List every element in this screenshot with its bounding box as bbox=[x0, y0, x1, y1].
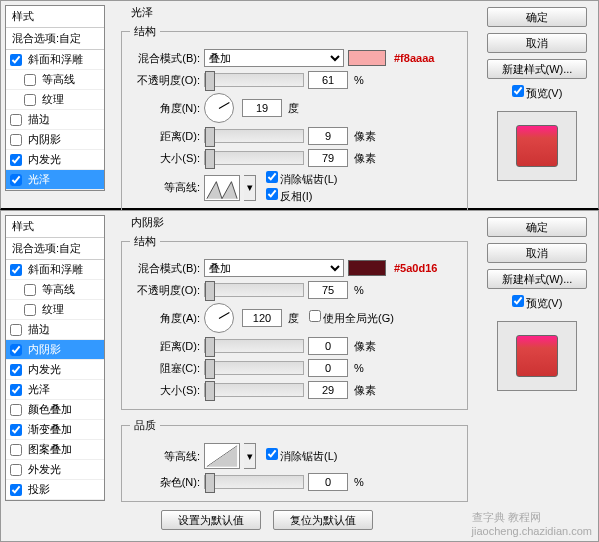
size-label: 大小(S): bbox=[130, 383, 200, 398]
checkbox-inner-shadow[interactable] bbox=[10, 344, 22, 356]
sidebar-header: 样式 bbox=[6, 6, 104, 28]
contour-dropdown-icon[interactable]: ▾ bbox=[244, 443, 256, 469]
contour-thumb[interactable] bbox=[204, 443, 240, 469]
noise-unit: % bbox=[354, 476, 364, 488]
checkbox-contour[interactable] bbox=[24, 284, 36, 296]
sidebar-item-gradient-overlay[interactable]: 渐变叠加 bbox=[6, 420, 104, 440]
new-style-button[interactable]: 新建样式(W)... bbox=[487, 59, 587, 79]
opacity-input[interactable]: 61 bbox=[308, 71, 348, 89]
sidebar-item-satin[interactable]: 光泽 bbox=[6, 170, 104, 190]
choke-slider[interactable] bbox=[204, 361, 304, 375]
sidebar-item-texture[interactable]: 纹理 bbox=[6, 90, 104, 110]
angle-dial[interactable] bbox=[204, 93, 234, 123]
sidebar-item-inner-shadow[interactable]: 内阴影 bbox=[6, 130, 104, 150]
distance-input[interactable]: 9 bbox=[308, 127, 348, 145]
color-annotation: #f8aaaa bbox=[394, 52, 434, 64]
color-swatch[interactable] bbox=[348, 50, 386, 66]
preview-option[interactable]: 预览(V) bbox=[512, 295, 563, 311]
ok-button[interactable]: 确定 bbox=[487, 7, 587, 27]
contour-label: 等高线: bbox=[130, 449, 200, 464]
size-label: 大小(S): bbox=[130, 151, 200, 166]
antialias-checkbox[interactable] bbox=[266, 171, 278, 183]
preview-checkbox[interactable] bbox=[512, 85, 524, 97]
sidebar-item-contour[interactable]: 等高线 bbox=[6, 70, 104, 90]
opacity-input[interactable]: 75 bbox=[308, 281, 348, 299]
checkbox-satin[interactable] bbox=[10, 384, 22, 396]
sidebar-item-outer-glow[interactable]: 外发光 bbox=[6, 460, 104, 480]
angle-label: 角度(N): bbox=[130, 101, 200, 116]
angle-dial[interactable] bbox=[204, 303, 234, 333]
preview-option[interactable]: 预览(V) bbox=[512, 85, 563, 101]
checkbox-pattern-overlay[interactable] bbox=[10, 444, 22, 456]
distance-slider[interactable] bbox=[204, 339, 304, 353]
angle-input[interactable]: 120 bbox=[242, 309, 282, 327]
sidebar-item-texture[interactable]: 纹理 bbox=[6, 300, 104, 320]
size-input[interactable]: 29 bbox=[308, 381, 348, 399]
sidebar-item-contour[interactable]: 等高线 bbox=[6, 280, 104, 300]
checkbox-satin[interactable] bbox=[10, 174, 22, 186]
blend-options[interactable]: 混合选项:自定 bbox=[6, 238, 104, 260]
sidebar-item-bevel[interactable]: 斜面和浮雕 bbox=[6, 260, 104, 280]
checkbox-texture[interactable] bbox=[24, 304, 36, 316]
checkbox-bevel[interactable] bbox=[10, 264, 22, 276]
sidebar-item-color-overlay[interactable]: 颜色叠加 bbox=[6, 400, 104, 420]
sidebar-item-inner-glow[interactable]: 内发光 bbox=[6, 360, 104, 380]
contour-thumb[interactable] bbox=[204, 175, 240, 201]
checkbox-outer-glow[interactable] bbox=[10, 464, 22, 476]
checkbox-inner-glow[interactable] bbox=[10, 154, 22, 166]
invert-checkbox[interactable] bbox=[266, 188, 278, 200]
sidebar-item-inner-shadow[interactable]: 内阴影 bbox=[6, 340, 104, 360]
checkbox-bevel[interactable] bbox=[10, 54, 22, 66]
size-slider[interactable] bbox=[204, 151, 304, 165]
noise-slider[interactable] bbox=[204, 475, 304, 489]
sidebar-item-stroke[interactable]: 描边 bbox=[6, 320, 104, 340]
size-unit: 像素 bbox=[354, 151, 376, 166]
checkbox-texture[interactable] bbox=[24, 94, 36, 106]
color-swatch[interactable] bbox=[348, 260, 386, 276]
checkbox-stroke[interactable] bbox=[10, 114, 22, 126]
cancel-button[interactable]: 取消 bbox=[487, 33, 587, 53]
new-style-button[interactable]: 新建样式(W)... bbox=[487, 269, 587, 289]
checkbox-stroke[interactable] bbox=[10, 324, 22, 336]
angle-input[interactable]: 19 bbox=[242, 99, 282, 117]
sidebar-item-satin[interactable]: 光泽 bbox=[6, 380, 104, 400]
noise-input[interactable]: 0 bbox=[308, 473, 348, 491]
global-light-checkbox[interactable] bbox=[309, 310, 321, 322]
sidebar-item-bevel[interactable]: 斜面和浮雕 bbox=[6, 50, 104, 70]
contour-dropdown-icon[interactable]: ▾ bbox=[244, 175, 256, 201]
distance-label: 距离(D): bbox=[130, 129, 200, 144]
checkbox-inner-shadow[interactable] bbox=[10, 134, 22, 146]
sidebar-item-pattern-overlay[interactable]: 图案叠加 bbox=[6, 440, 104, 460]
reset-default-button[interactable]: 复位为默认值 bbox=[273, 510, 373, 530]
blend-options[interactable]: 混合选项:自定 bbox=[6, 28, 104, 50]
cancel-button[interactable]: 取消 bbox=[487, 243, 587, 263]
sidebar-item-drop-shadow[interactable]: 投影 bbox=[6, 480, 104, 500]
antialias-checkbox[interactable] bbox=[266, 448, 278, 460]
sidebar-item-inner-glow[interactable]: 内发光 bbox=[6, 150, 104, 170]
choke-label: 阻塞(C): bbox=[130, 361, 200, 376]
choke-unit: % bbox=[354, 362, 364, 374]
choke-input[interactable]: 0 bbox=[308, 359, 348, 377]
preview-checkbox[interactable] bbox=[512, 295, 524, 307]
global-light-option[interactable]: 使用全局光(G) bbox=[309, 310, 394, 326]
size-slider[interactable] bbox=[204, 383, 304, 397]
checkbox-contour[interactable] bbox=[24, 74, 36, 86]
opacity-slider[interactable] bbox=[204, 73, 304, 87]
structure-group: 结构 混合模式(B): 叠加 #5a0d16 不透明度(O): 75 % 角度(… bbox=[121, 234, 468, 410]
distance-input[interactable]: 0 bbox=[308, 337, 348, 355]
size-input[interactable]: 79 bbox=[308, 149, 348, 167]
ok-button[interactable]: 确定 bbox=[487, 217, 587, 237]
sidebar-item-stroke[interactable]: 描边 bbox=[6, 110, 104, 130]
checkbox-inner-glow[interactable] bbox=[10, 364, 22, 376]
checkbox-gradient-overlay[interactable] bbox=[10, 424, 22, 436]
distance-slider[interactable] bbox=[204, 129, 304, 143]
invert-option[interactable]: 反相(I) bbox=[266, 188, 337, 204]
blend-mode-select[interactable]: 叠加 bbox=[204, 49, 344, 67]
opacity-slider[interactable] bbox=[204, 283, 304, 297]
checkbox-drop-shadow[interactable] bbox=[10, 484, 22, 496]
antialias-option[interactable]: 消除锯齿(L) bbox=[266, 171, 337, 187]
blend-mode-select[interactable]: 叠加 bbox=[204, 259, 344, 277]
antialias-option[interactable]: 消除锯齿(L) bbox=[266, 448, 337, 464]
make-default-button[interactable]: 设置为默认值 bbox=[161, 510, 261, 530]
checkbox-color-overlay[interactable] bbox=[10, 404, 22, 416]
